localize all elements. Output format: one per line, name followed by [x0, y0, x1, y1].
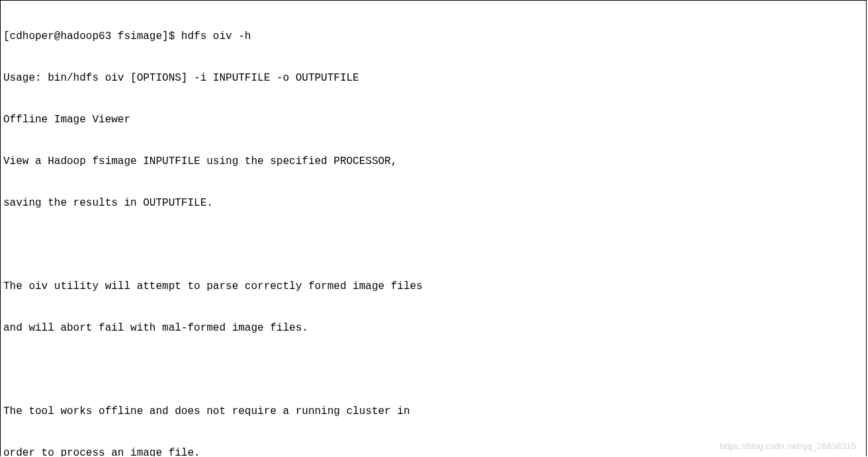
output-line [3, 238, 863, 252]
output-line: The tool works offline and does not requ… [3, 405, 863, 419]
prompt-line[interactable]: [cdhoper@hadoop63 fsimage]$ hdfs oiv -h [3, 30, 863, 44]
shell-prompt: [cdhoper@hadoop63 fsimage]$ [3, 30, 181, 42]
output-line: View a Hadoop fsimage INPUTFILE using th… [3, 155, 863, 169]
output-line: Offline Image Viewer [3, 113, 863, 127]
output-line: Usage: bin/hdfs oiv [OPTIONS] -i INPUTFI… [3, 71, 863, 85]
output-line: order to process an image file. [3, 446, 863, 456]
output-line: and will abort fail with mal-formed imag… [3, 321, 863, 335]
terminal-window[interactable]: [cdhoper@hadoop63 fsimage]$ hdfs oiv -h … [0, 0, 867, 456]
command-typed: hdfs oiv -h [181, 30, 251, 42]
output-line [3, 363, 863, 377]
output-line: The oiv utility will attempt to parse co… [3, 280, 863, 294]
output-line: saving the results in OUTPUTFILE. [3, 196, 863, 210]
